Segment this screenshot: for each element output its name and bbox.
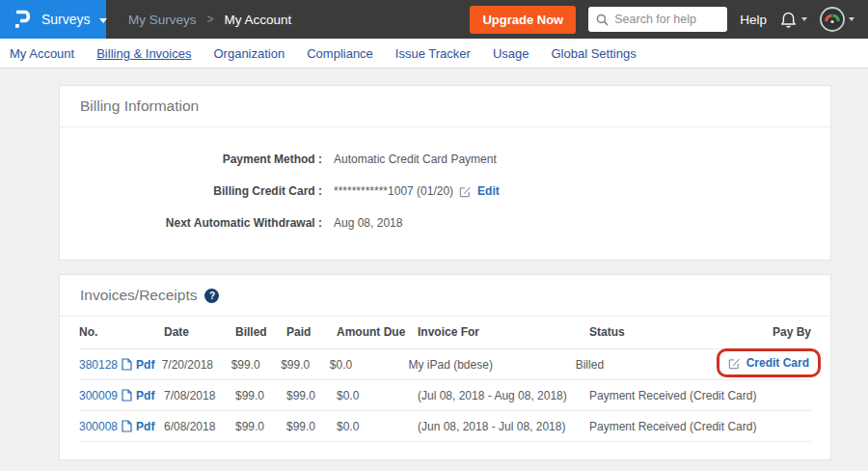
invoice-number-link[interactable]: 300008 (79, 420, 118, 433)
column-date: Date (164, 325, 235, 339)
column-status: Status (589, 325, 734, 339)
invoice-for: (Jun 08, 2018 - Jul 08, 2018) (418, 420, 589, 433)
billing-information-title: Billing Information (80, 97, 199, 115)
invoice-status: Payment Received (Credit Card) (589, 389, 734, 402)
red-highlight-annotation: Credit Card (717, 348, 821, 377)
payment-method-label: Payment Method : (60, 152, 322, 166)
invoice-row: 380128 Pdf 7/20/2018 $99.0 $99.0 $0.0 My… (79, 349, 811, 380)
invoice-paid: $99.0 (286, 420, 337, 433)
product-menu-label: Surveys (41, 12, 91, 27)
invoice-status: Payment Received (Credit Card) (589, 420, 734, 433)
invoices-table-header: No. Date Billed Paid Amount Due Invoice … (79, 317, 811, 349)
tab-my-account[interactable]: My Account (10, 46, 74, 61)
breadcrumb-my-surveys[interactable]: My Surveys (128, 13, 197, 27)
billing-information-panel: Billing Information Payment Method : Aut… (59, 85, 831, 261)
edit-credit-card-link[interactable]: Edit (477, 184, 500, 198)
help-search-box[interactable] (588, 7, 727, 32)
invoice-billed: $99.0 (235, 420, 286, 433)
edit-pencil-icon (728, 357, 741, 370)
invoice-row: 300009 Pdf 7/08/2018 $99.0 $99.0 $0.0 (J… (79, 380, 811, 411)
payment-method-value: Automatic Credit Card Payment (334, 152, 497, 166)
pdf-file-icon (122, 389, 132, 402)
column-paid: Paid (286, 325, 337, 339)
tab-usage[interactable]: Usage (493, 46, 529, 61)
main-content: Billing Information Payment Method : Aut… (0, 69, 868, 460)
notifications-button[interactable] (779, 11, 807, 29)
breadcrumb: My Surveys > My Account (128, 13, 291, 27)
invoice-billed: $99.0 (235, 389, 286, 402)
tab-issue-tracker[interactable]: Issue Tracker (395, 46, 471, 61)
product-switcher[interactable]: Surveys (0, 0, 106, 39)
invoices-receipts-panel: Invoices/Receipts ? No. Date Billed Paid… (59, 274, 831, 460)
upgrade-now-button[interactable]: Upgrade Now (470, 6, 576, 34)
invoice-amount-due: $0.0 (330, 358, 409, 372)
questionpro-logo-icon (13, 8, 33, 31)
breadcrumb-current: My Account (225, 13, 292, 27)
pdf-link[interactable]: Pdf (136, 358, 154, 372)
account-menu[interactable] (820, 7, 854, 32)
search-input[interactable] (614, 13, 719, 26)
invoice-no-cell: 300009 Pdf (79, 389, 164, 402)
billing-credit-card-label: Billing Credit Card : (60, 184, 322, 198)
invoice-date: 6/08/2018 (164, 420, 235, 433)
column-amount-due: Amount Due (337, 325, 418, 339)
breadcrumb-separator: > (207, 13, 214, 26)
edit-pencil-icon (459, 185, 472, 198)
chevron-down-icon (801, 17, 807, 21)
invoices-receipts-title: Invoices/Receipts (80, 287, 197, 304)
pdf-file-icon (122, 420, 132, 432)
next-withdrawal-row: Next Automatic Withdrawal : Aug 08, 2018 (60, 208, 830, 239)
chevron-down-icon (849, 17, 854, 21)
invoice-date: 7/20/2018 (162, 358, 231, 372)
search-icon (596, 14, 609, 26)
billing-credit-card-value: ************1007 (01/20) Edit (334, 184, 500, 198)
invoice-for: (Jul 08, 2018 - Aug 08, 2018) (418, 389, 589, 402)
invoices-table: No. Date Billed Paid Amount Due Invoice … (60, 317, 830, 459)
tab-billing-invoices[interactable]: Billing & Invoices (96, 46, 191, 61)
pdf-link[interactable]: Pdf (136, 389, 154, 402)
billing-information-header: Billing Information (60, 86, 830, 127)
invoices-receipts-header: Invoices/Receipts ? (60, 275, 830, 317)
invoice-no-cell: 380128 Pdf (79, 358, 162, 372)
avatar (820, 7, 845, 32)
invoice-paid: $99.0 (281, 358, 330, 372)
help-question-icon[interactable]: ? (204, 289, 219, 303)
pay-by-credit-card-link[interactable]: Credit Card (746, 356, 809, 370)
tab-global-settings[interactable]: Global Settings (551, 46, 636, 61)
column-billed: Billed (235, 325, 286, 339)
invoice-status: Billed (576, 358, 717, 372)
help-link[interactable]: Help (740, 13, 767, 27)
invoice-no-cell: 300008 Pdf (79, 420, 164, 433)
invoice-amount-due: $0.0 (337, 420, 418, 433)
payment-method-row: Payment Method : Automatic Credit Card P… (60, 144, 830, 176)
pdf-file-icon (122, 358, 132, 371)
column-pay-by: Pay By (734, 325, 811, 339)
invoice-for: My iPad (bdese) (409, 358, 576, 372)
pdf-link[interactable]: Pdf (136, 420, 154, 433)
billing-credit-card-row: Billing Credit Card : ************1007 (… (60, 176, 830, 208)
topbar-actions: Upgrade Now Help (470, 6, 868, 34)
invoice-amount-due: $0.0 (337, 389, 418, 402)
billing-information-body: Payment Method : Automatic Credit Card P… (60, 127, 830, 260)
chevron-down-icon (99, 18, 107, 23)
invoice-number-link[interactable]: 380128 (79, 358, 118, 372)
invoice-billed: $99.0 (231, 358, 282, 372)
tab-organization[interactable]: Organization (213, 46, 285, 61)
invoice-number-link[interactable]: 300009 (79, 389, 118, 402)
topbar: Surveys My Surveys > My Account Upgrade … (0, 0, 868, 39)
tab-compliance[interactable]: Compliance (307, 46, 373, 61)
column-no: No. (79, 325, 164, 339)
invoice-date: 7/08/2018 (164, 389, 235, 402)
account-tabbar: My Account Billing & Invoices Organizati… (0, 39, 868, 69)
credit-card-number: ************1007 (01/20) (334, 184, 453, 198)
invoice-row: 300008 Pdf 6/08/2018 $99.0 $99.0 $0.0 (J… (79, 411, 811, 442)
next-withdrawal-label: Next Automatic Withdrawal : (60, 216, 322, 230)
column-invoice-for: Invoice For (418, 325, 589, 339)
bell-icon (779, 11, 798, 29)
invoice-pay-by-cell: Credit Card (717, 356, 811, 373)
invoice-paid: $99.0 (286, 389, 337, 402)
next-withdrawal-value: Aug 08, 2018 (334, 216, 402, 230)
